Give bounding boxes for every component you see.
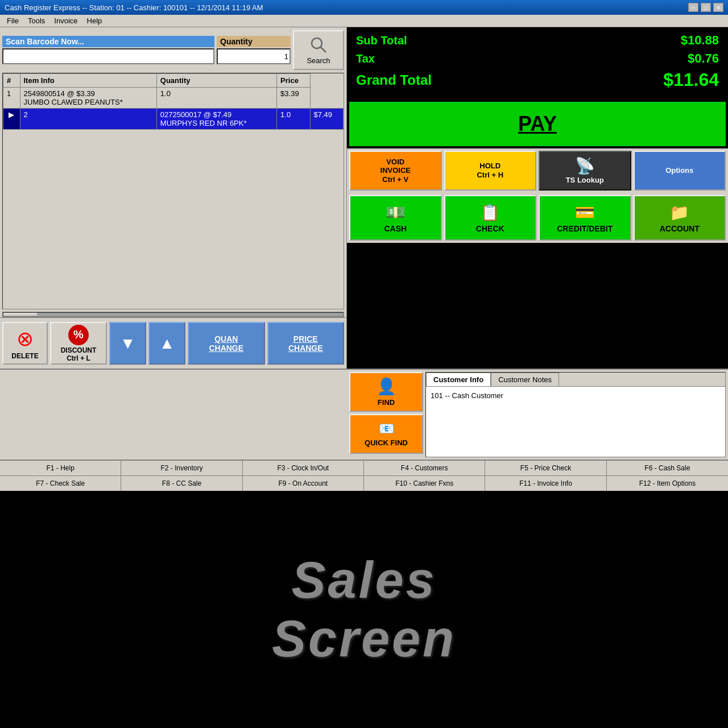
fkey-f2[interactable]: F2 - Inventory [121,461,242,475]
price-change-label: PRICECHANGE [288,334,323,353]
fkey-f7[interactable]: F7 - Check Sale [0,476,121,491]
pay-button[interactable]: PAY [349,102,726,146]
discount-button[interactable]: % DISCOUNTCtrl + L [50,322,107,365]
maximize-button[interactable]: □ [701,3,711,12]
menu-file[interactable]: File [2,15,23,26]
input-row: Scan Barcode Now... Quantity Search [0,27,346,73]
menu-tools[interactable]: Tools [23,15,49,26]
bottom-section: 👤 FIND 📧 QUICK FIND Customer Info Custom… [0,369,728,728]
customer-text: 101 -- Cash Customer [431,391,503,400]
right-panel: Sub Total $10.88 Tax $0.76 Grand Total $… [347,27,728,369]
options-button[interactable]: Options [634,151,726,191]
arrow-down-icon: ▼ [120,334,136,353]
customer-buttons: 👤 FIND 📧 QUICK FIND [349,372,423,457]
arrow-up-icon: ▲ [159,334,175,353]
tax-value: $0.76 [688,51,719,66]
credit-debit-label: CREDIT/DEBIT [557,224,613,233]
tab-customer-notes[interactable]: Customer Notes [491,373,559,386]
minimize-button[interactable]: ─ [688,3,698,12]
fkey-f9[interactable]: F9 - On Account [243,476,364,491]
fkey-f5[interactable]: F5 - Price Check [485,461,606,475]
hold-label: HOLDCtrl + H [477,162,503,179]
customer-info-panel: Customer Info Customer Notes 101 -- Cash… [425,372,726,457]
scroll-track [3,312,344,317]
bottom-left-buttons: ⊗ DELETE % DISCOUNTCtrl + L ▼ ▲ QUANCHAN… [0,317,346,369]
price-change-button[interactable]: PRICECHANGE [267,322,345,365]
void-invoice-button[interactable]: VOIDINVOICECtrl + V [349,151,442,191]
close-button[interactable]: ✕ [713,3,723,12]
row-item: 2549800514 @ $3.39JUMBO CLAWED PEANUTS* [20,88,156,109]
check-label: CHECK [476,224,504,233]
cash-button[interactable]: 💵 CASH [349,195,442,241]
barcode-section: Scan Barcode Now... [2,36,214,64]
svg-point-0 [312,38,322,48]
credit-debit-button[interactable]: 💳 CREDIT/DEBIT [539,195,631,241]
check-button[interactable]: 📋 CHECK [444,195,537,241]
scroll-thumb[interactable] [3,313,38,316]
barcode-input[interactable] [2,48,214,64]
quantity-label: Quantity [217,36,291,47]
quick-find-label: QUICK FIND [365,439,408,447]
grand-total-row: Grand Total $11.64 [356,69,719,90]
scrollbar[interactable] [2,312,344,317]
customer-row: 👤 FIND 📧 QUICK FIND Customer Info Custom… [0,369,728,460]
row-num: 1 [3,88,20,109]
find-button[interactable]: 👤 FIND [349,372,423,412]
fkey-f12[interactable]: F12 - Item Options [607,476,728,491]
check-icon: 📋 [480,203,500,222]
fkey-f4[interactable]: F4 - Customers [364,461,485,475]
titlebar-controls: ─ □ ✕ [688,3,723,12]
quantity-section: Quantity [217,36,291,64]
quick-find-button[interactable]: 📧 QUICK FIND [349,414,423,454]
customer-content: 101 -- Cash Customer [426,387,725,454]
search-icon [309,36,328,54]
menu-invoice[interactable]: Invoice [49,15,82,26]
items-table-container: # Item Info Quantity Price 1 2549800514 … [2,73,344,309]
fkey-f11[interactable]: F11 - Invoice Info [485,476,606,491]
col-header-price: Price [277,74,310,88]
barcode-label: Scan Barcode Now... [2,36,214,47]
search-button[interactable]: Search [293,30,344,70]
payment-buttons: 💵 CASH 📋 CHECK 💳 CREDIT/DEBIT 📁 ACCOUNT [347,193,728,243]
watermark-screen: Screen [272,610,456,668]
customer-right: 👤 FIND 📧 QUICK FIND Customer Info Custom… [347,370,728,460]
grand-total-label: Grand Total [356,72,432,88]
ts-lookup-icon: 📡 [575,156,595,176]
col-header-item: Item Info [20,74,156,88]
arrow-down-button[interactable]: ▼ [109,322,146,365]
fkey-f10[interactable]: F10 - Cashier Fxns [364,476,485,491]
hold-button[interactable]: HOLDCtrl + H [444,151,537,191]
grand-total-value: $11.64 [663,69,719,90]
customer-left-spacer [0,370,347,460]
credit-icon: 💳 [575,203,595,222]
table-row[interactable]: ▶ 2 0272500017 @ $7.49MURPHYS RED NR 6PK… [3,109,344,130]
quan-change-button[interactable]: QUANCHANGE [188,322,265,365]
function-keys-row2: F7 - Check Sale F8 - CC Sale F9 - On Acc… [0,475,728,491]
table-row[interactable]: 1 2549800514 @ $3.39JUMBO CLAWED PEANUTS… [3,88,344,109]
fkey-f8[interactable]: F8 - CC Sale [121,476,242,491]
tax-label: Tax [356,52,375,65]
delete-button[interactable]: ⊗ DELETE [2,322,48,365]
account-button[interactable]: 📁 ACCOUNT [634,195,726,241]
find-icon: 👤 [377,377,396,396]
ts-lookup-button[interactable]: 📡 TS Lookup [539,151,631,191]
fkey-f3[interactable]: F3 - Clock In/Out [243,461,364,475]
quantity-input[interactable] [217,48,291,64]
subtotal-value: $10.88 [681,33,719,48]
fkey-f1[interactable]: F1 - Help [0,461,121,475]
app: Scan Barcode Now... Quantity Search [0,27,728,728]
items-table: # Item Info Quantity Price 1 2549800514 … [3,73,344,130]
menu-help[interactable]: Help [82,15,107,26]
cash-icon: 💵 [386,203,406,222]
arrow-up-button[interactable]: ▲ [148,322,185,365]
delete-icon: ⊗ [16,327,34,351]
left-panel: Scan Barcode Now... Quantity Search [0,27,347,369]
row-qty: 1.0 [277,109,310,130]
row-price: $7.49 [310,109,343,130]
ts-lookup-label: TS Lookup [566,176,604,185]
tab-customer-info[interactable]: Customer Info [426,373,491,386]
account-label: ACCOUNT [660,224,700,233]
fkey-f6[interactable]: F6 - Cash Sale [607,461,728,475]
subtotal-label: Sub Total [356,34,407,47]
discount-icon: % [68,325,89,345]
